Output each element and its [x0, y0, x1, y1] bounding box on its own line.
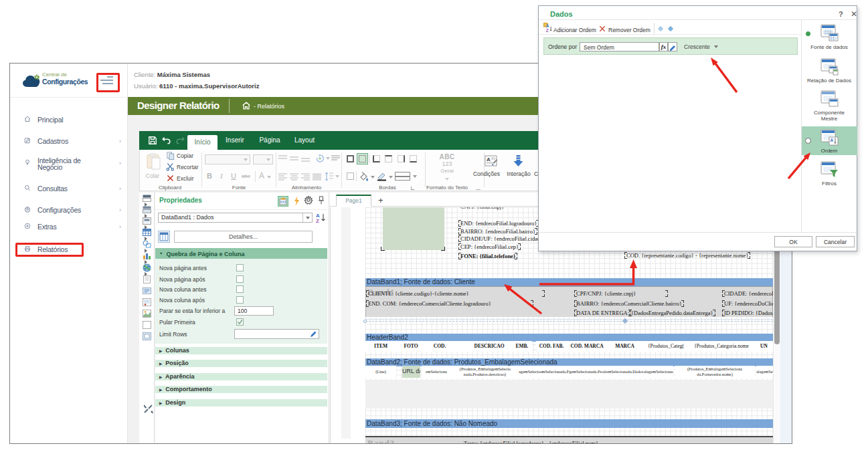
svg-text:Z: Z: [546, 28, 549, 32]
svg-text:A: A: [831, 138, 834, 142]
svg-text:A: A: [487, 156, 491, 162]
svg-text:Z: Z: [316, 218, 319, 223]
